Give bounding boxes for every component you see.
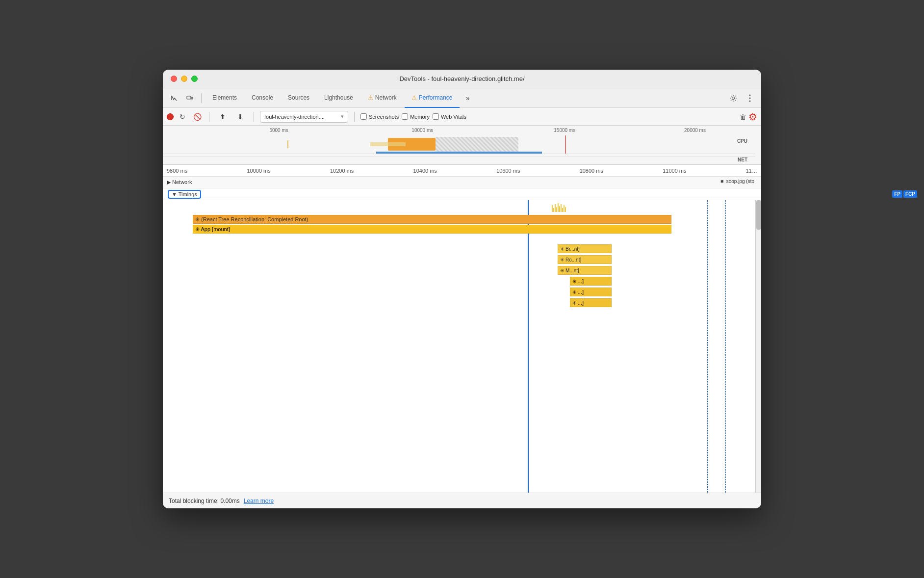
dots1-bar[interactable]: ✳ …] [570, 277, 612, 286]
svg-point-4 [749, 100, 751, 102]
record-button[interactable] [167, 113, 174, 120]
more-options-button[interactable] [743, 91, 757, 105]
mark-10200: 10200 ms [330, 168, 354, 174]
ro-bar[interactable]: ✳ Ro...nt] [558, 255, 612, 264]
clear-button[interactable]: 🚫 [191, 111, 203, 123]
timings-section-label: ▼ Timings [172, 191, 197, 197]
devtools-content: 5000 ms 10000 ms 15000 ms 20000 ms CPU [163, 126, 761, 508]
download-button[interactable]: ⬇ [233, 109, 248, 124]
blue-selection-bar [376, 152, 542, 154]
cpu-hatch [436, 137, 518, 152]
blue-marker-line [528, 200, 529, 493]
svg-rect-1 [191, 97, 193, 99]
titlebar: DevTools - foul-heavenly-direction.glitc… [163, 70, 761, 88]
devtools-window: DevTools - foul-heavenly-direction.glitc… [163, 70, 761, 508]
timings-section-header[interactable]: ▼ Timings FP FCP [163, 188, 761, 200]
reload-button[interactable]: ↻ [177, 111, 188, 123]
timings-header-box[interactable]: ▼ Timings [168, 190, 201, 199]
cpu-label: CPU [737, 138, 747, 144]
tab-console[interactable]: Console [245, 88, 280, 108]
net-overview: NET [163, 157, 755, 164]
settings-button[interactable] [726, 91, 741, 105]
upload-button[interactable]: ⬆ [215, 109, 230, 124]
red-marker-line [565, 135, 566, 154]
ruler-15000: 15000 ms [554, 128, 575, 133]
traffic-lights [171, 76, 198, 82]
svg-point-2 [749, 94, 751, 96]
svg-point-3 [749, 97, 751, 99]
toolbar-separator-1 [201, 93, 202, 103]
ruler-main: 9800 ms 10000 ms 10200 ms 10400 ms 10600… [167, 168, 757, 174]
memory-checkbox-group: Memory [402, 113, 430, 120]
m-bar[interactable]: ✳ M...nt] [558, 266, 612, 275]
screenshots-checkbox-group: Screenshots [360, 113, 399, 120]
memory-checkbox[interactable] [402, 113, 408, 120]
rec-separator [209, 112, 209, 122]
device-toolbar-button[interactable] [182, 91, 197, 105]
tab-sources[interactable]: Sources [281, 88, 316, 108]
recording-bar: ↻ 🚫 ⬆ ⬇ foul-heavenly-direction.... ▾ Sc… [163, 108, 761, 126]
svg-rect-0 [187, 96, 191, 99]
app-mount-bar[interactable]: ✳ App [mount] [193, 225, 671, 234]
small-bars-top [552, 202, 666, 212]
scrollbar-track[interactable] [755, 200, 761, 493]
toolbar-right [726, 91, 757, 105]
screenshots-checkbox[interactable] [360, 113, 367, 120]
web-vitals-label: Web Vitals [441, 114, 466, 120]
br-bar[interactable]: ✳ Br...nt] [558, 244, 612, 253]
settings-red-button[interactable]: ⚙ [748, 111, 757, 123]
memory-label: Memory [410, 114, 430, 120]
rec-separator-2 [254, 112, 254, 122]
status-bar: Total blocking time: 0.00ms Learn more [163, 493, 761, 508]
web-vitals-checkbox[interactable] [433, 113, 439, 120]
rec-toolbar-right: 🗑 ⚙ [740, 111, 757, 123]
performance-warning-icon: ⚠ [411, 94, 417, 101]
tab-elements[interactable]: Elements [205, 88, 244, 108]
rec-separator-3 [354, 112, 355, 122]
dots3-bar[interactable]: ✳ …] [570, 298, 612, 307]
network-warning-icon: ⚠ [368, 94, 373, 101]
mark-10800: 10800 ms [580, 168, 603, 174]
cpu-small-2 [370, 142, 406, 146]
net-label: NET [738, 157, 747, 162]
dots2-bar[interactable]: ✳ …] [570, 288, 612, 296]
ruler-10000: 10000 ms [411, 128, 433, 133]
network-section-label: ▶ Network [167, 179, 192, 185]
url-dropdown-icon: ▾ [341, 113, 344, 120]
window-title: DevTools - foul-heavenly-direction.glitc… [399, 75, 524, 82]
tab-lighthouse[interactable]: Lighthouse [317, 88, 360, 108]
mark-10600: 10600 ms [496, 168, 520, 174]
cpu-overview: CPU [163, 135, 755, 154]
more-tabs-button[interactable]: » [461, 91, 475, 105]
timeline-detail-ruler: 9800 ms 10000 ms 10200 ms 10400 ms 10600… [163, 165, 761, 177]
delete-recording-button[interactable]: 🗑 [740, 113, 746, 121]
maximize-button[interactable] [191, 76, 198, 82]
blocking-time-text: Total blocking time: 0.00ms [169, 498, 240, 504]
learn-more-link[interactable]: Learn more [244, 498, 274, 504]
url-display[interactable]: foul-heavenly-direction.... ▾ [260, 111, 348, 123]
ruler-5000: 5000 ms [269, 128, 288, 133]
screenshots-label: Screenshots [369, 114, 399, 120]
tab-toolbar: Elements Console Sources Lighthouse ⚠ Ne… [163, 88, 761, 108]
mark-9800: 9800 ms [167, 168, 187, 174]
scrollbar-thumb[interactable] [756, 200, 761, 230]
cpu-small-1 [287, 140, 288, 148]
timeline-overview[interactable]: 5000 ms 10000 ms 15000 ms 20000 ms CPU [163, 126, 761, 165]
minimize-button[interactable] [181, 76, 187, 82]
fp-dashed-line [707, 200, 708, 493]
tab-network[interactable]: ⚠ Network [361, 88, 404, 108]
inspect-element-button[interactable] [167, 91, 181, 105]
flame-chart: ✳ (React Tree Reconciliation: Completed … [163, 200, 761, 493]
soop-label: ◾ soop.jpg (sto [719, 179, 754, 184]
web-vitals-checkbox-group: Web Vitals [433, 113, 466, 120]
network-section-header[interactable]: ▶ Network ◾ soop.jpg (sto [163, 177, 761, 188]
tab-performance[interactable]: ⚠ Performance [405, 88, 460, 108]
close-button[interactable] [171, 76, 177, 82]
mark-10400: 10400 ms [413, 168, 437, 174]
mark-11000: 11000 ms [663, 168, 686, 174]
react-tree-bar[interactable]: ✳ (React Tree Reconciliation: Completed … [193, 215, 671, 224]
ruler-20000: 20000 ms [684, 128, 706, 133]
mark-11plus: 11… [746, 168, 757, 174]
fcp-dashed-line [725, 200, 726, 493]
overview-ruler: 5000 ms 10000 ms 15000 ms 20000 ms [163, 128, 755, 135]
